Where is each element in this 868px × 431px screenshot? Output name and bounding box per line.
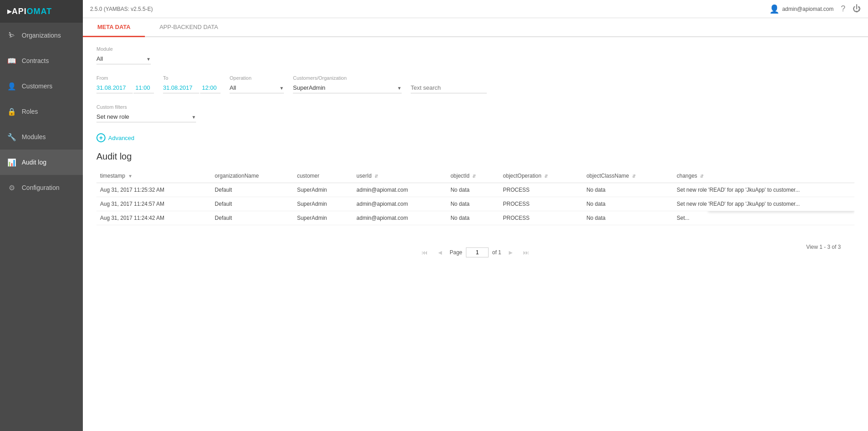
cell-changes-text: Set... bbox=[676, 215, 689, 221]
customers-icon: 👤 bbox=[7, 82, 16, 91]
cell-org: Default bbox=[211, 197, 293, 211]
cell-org: Default bbox=[211, 211, 293, 225]
cell-classname: No data bbox=[583, 211, 673, 225]
col-operation-label: objectOperation bbox=[503, 173, 542, 179]
col-orgname-label: organizationName bbox=[215, 173, 259, 179]
prev-page-button[interactable]: ◄ bbox=[434, 247, 446, 258]
customers-org-select[interactable]: SuperAdmin bbox=[293, 82, 402, 93]
custom-filters-wrapper: Set new role ▼ bbox=[96, 111, 196, 122]
table-body: Aug 31, 2017 11:25:32 AM Default SuperAd… bbox=[96, 183, 854, 225]
sidebar-item-contracts[interactable]: 📖 Contracts bbox=[0, 48, 83, 73]
cell-objectid: No data bbox=[447, 197, 499, 211]
of-label: of 1 bbox=[492, 249, 501, 256]
module-label: Module bbox=[96, 46, 151, 52]
cell-org: Default bbox=[211, 183, 293, 197]
sidebar-item-label: Modules bbox=[22, 133, 46, 140]
contracts-icon: 📖 bbox=[7, 56, 16, 65]
table-row: Aug 31, 2017 11:25:32 AM Default SuperAd… bbox=[96, 183, 854, 197]
user-icon: 👤 bbox=[769, 4, 779, 14]
cell-classname: No data bbox=[583, 197, 673, 211]
content-area: Module All ▼ From bbox=[83, 37, 868, 431]
auditlog-icon: 📊 bbox=[7, 158, 16, 167]
sort-userid-icon: ⇵ bbox=[374, 174, 378, 179]
cell-timestamp: Aug 31, 2017 11:25:32 AM bbox=[96, 183, 211, 197]
sort-changes-icon: ⇵ bbox=[700, 174, 704, 179]
configuration-icon: ⚙ bbox=[7, 183, 16, 192]
last-page-button[interactable]: ⏭ bbox=[520, 247, 532, 258]
col-object-id[interactable]: objectId ⇵ bbox=[447, 169, 499, 183]
to-datetime bbox=[163, 82, 221, 93]
logo-omat: OMAT bbox=[27, 7, 52, 16]
cell-objectid: No data bbox=[447, 183, 499, 197]
from-time-input[interactable] bbox=[134, 82, 154, 93]
cell-timestamp: Aug 31, 2017 11:24:42 AM bbox=[96, 211, 211, 225]
col-changes[interactable]: changes ⇵ bbox=[673, 169, 854, 183]
cell-changes-tooltip-row: Set... Set new role 'READ' for app 'JkuA… bbox=[673, 211, 854, 225]
col-timestamp[interactable]: timestamp ▼ bbox=[96, 169, 211, 183]
operation-select-wrapper: All ▼ bbox=[230, 82, 284, 93]
table-row: Aug 31, 2017 11:24:42 AM Default SuperAd… bbox=[96, 211, 854, 225]
col-organization-name: organizationName bbox=[211, 169, 293, 183]
text-search-input[interactable] bbox=[411, 82, 487, 93]
custom-filters-select[interactable]: Set new role bbox=[96, 111, 196, 122]
from-datetime bbox=[96, 82, 154, 93]
power-icon[interactable]: ⏻ bbox=[853, 4, 861, 14]
next-page-button[interactable]: ► bbox=[505, 247, 517, 258]
tab-meta-data[interactable]: META DATA bbox=[83, 18, 145, 37]
cell-operation: PROCESS bbox=[499, 183, 583, 197]
module-filter: Module All ▼ bbox=[96, 46, 151, 64]
custom-filters-label: Custom filters bbox=[96, 104, 196, 110]
text-search-filter bbox=[411, 75, 487, 93]
cell-classname: No data bbox=[583, 183, 673, 197]
modules-icon: 🔧 bbox=[7, 132, 16, 141]
tab-app-backend-data[interactable]: APP-BACKEND DATA bbox=[145, 18, 233, 37]
table-header-row: timestamp ▼ organizationName customer us… bbox=[96, 169, 854, 183]
from-date-input[interactable] bbox=[96, 82, 133, 93]
sidebar-item-organizations[interactable]: ⛷ Organizations bbox=[0, 23, 83, 48]
tabbar: META DATA APP-BACKEND DATA bbox=[83, 18, 868, 37]
sidebar-item-audit-log[interactable]: 📊 Audit log bbox=[0, 150, 83, 175]
logo: ▸APIOMAT bbox=[0, 0, 83, 23]
sidebar-item-label: Roles bbox=[22, 108, 38, 115]
roles-icon: 🔒 bbox=[7, 107, 16, 116]
advanced-button[interactable]: + Advanced bbox=[96, 133, 134, 142]
to-date-input[interactable] bbox=[163, 82, 199, 93]
to-time-input[interactable] bbox=[200, 82, 221, 93]
operation-select[interactable]: All bbox=[230, 82, 284, 93]
version-label: 2.5.0 (YAMBAS: v2.5.5-E) bbox=[90, 6, 153, 12]
sidebar-item-modules[interactable]: 🔧 Modules bbox=[0, 124, 83, 150]
col-object-class-name[interactable]: objectClassName ⇵ bbox=[583, 169, 673, 183]
page-input[interactable] bbox=[466, 247, 489, 257]
tab-app-backend-data-label: APP-BACKEND DATA bbox=[159, 24, 218, 30]
topbar: 2.5.0 (YAMBAS: v2.5.5-E) 👤 admin@apiomat… bbox=[83, 0, 868, 18]
sort-classname-icon: ⇵ bbox=[632, 174, 636, 179]
sort-objectid-icon: ⇵ bbox=[472, 174, 476, 179]
col-user-id[interactable]: userId ⇵ bbox=[353, 169, 447, 183]
sidebar-nav: ⛷ Organizations 📖 Contracts 👤 Customers … bbox=[0, 23, 83, 431]
col-object-operation[interactable]: objectOperation ⇵ bbox=[499, 169, 583, 183]
organizations-icon: ⛷ bbox=[7, 31, 16, 40]
changes-tooltip: Set new role 'READ' for app 'JkuApp' to … bbox=[708, 211, 854, 212]
filter-section: Module All ▼ From bbox=[96, 46, 854, 122]
first-page-button[interactable]: ⏮ bbox=[419, 247, 431, 258]
filter-row-datetime: From To Operation bbox=[96, 75, 854, 93]
custom-filters: Custom filters Set new role ▼ bbox=[96, 104, 196, 122]
sidebar: ▸APIOMAT ⛷ Organizations 📖 Contracts 👤 C… bbox=[0, 0, 83, 431]
audit-log-table: timestamp ▼ organizationName customer us… bbox=[96, 169, 854, 225]
to-label: To bbox=[163, 75, 221, 81]
customers-org-select-wrapper: SuperAdmin ▼ bbox=[293, 82, 402, 93]
sidebar-item-customers[interactable]: 👤 Customers bbox=[0, 73, 83, 99]
operation-label: Operation bbox=[230, 75, 284, 81]
cell-userid: admin@apiomat.com bbox=[353, 211, 447, 225]
tab-meta-data-label: META DATA bbox=[97, 24, 130, 30]
sort-operation-icon: ⇵ bbox=[544, 174, 548, 179]
sidebar-item-roles[interactable]: 🔒 Roles bbox=[0, 99, 83, 124]
topbar-right: 👤 admin@apiomat.com ? ⏻ bbox=[769, 4, 861, 14]
module-select[interactable]: All bbox=[96, 53, 151, 64]
to-filter: To bbox=[163, 75, 221, 93]
customers-org-filter: Customers/Organization SuperAdmin ▼ bbox=[293, 75, 402, 93]
sidebar-item-label: Organizations bbox=[22, 32, 61, 39]
sidebar-item-configuration[interactable]: ⚙ Configuration bbox=[0, 175, 83, 200]
help-icon[interactable]: ? bbox=[841, 4, 845, 14]
sort-timestamp-icon: ▼ bbox=[128, 174, 133, 179]
